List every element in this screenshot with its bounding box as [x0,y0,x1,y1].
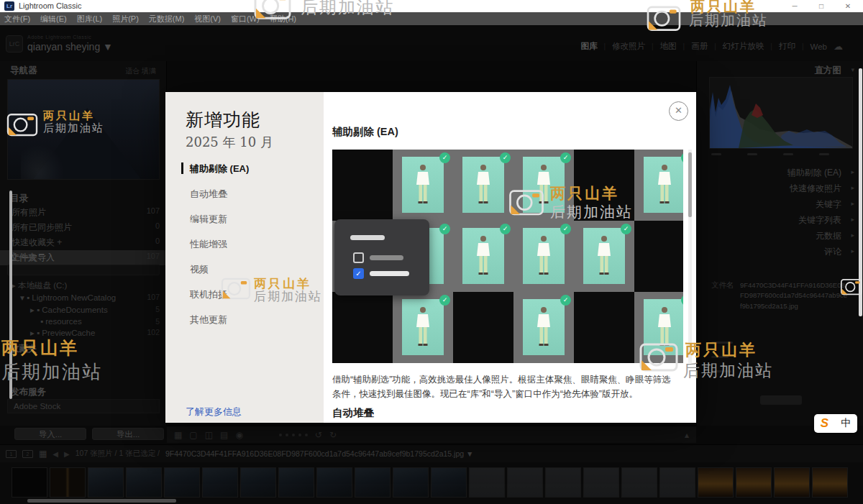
dialog-nav-item[interactable]: 联机拍摄 [181,288,318,313]
photo-thumbnail[interactable]: ✓ [453,150,513,221]
menu-item[interactable]: 元数据(M) [149,14,185,24]
dialog-nav-item[interactable]: 视频 [181,263,318,288]
selected-check-icon: ✓ [560,224,571,234]
feature-heading: 辅助剔除 (EA) [332,125,398,139]
culling-options-popup: ✓ [334,219,429,295]
photo-thumbnail[interactable]: ✓ [634,150,683,221]
dialog-subtitle: 2025 年 10 月 [186,134,273,151]
portrait-photo [583,228,625,284]
menu-item[interactable]: 帮助(H) [270,14,296,24]
menu-item[interactable]: 窗口(W) [231,14,260,24]
lightroom-app-icon: Lr [4,1,14,11]
dialog-scrollbar[interactable] [688,150,692,363]
portrait-photo [462,157,504,213]
popup-option-line [370,271,409,276]
dialog-nav-item[interactable]: 其他更新 [181,313,318,339]
selected-check-icon: ✓ [439,224,450,234]
sogou-logo: S [821,416,828,431]
portrait-photo [402,299,444,355]
selected-check-icon: ✓ [560,152,571,163]
portrait-photo [462,228,504,284]
photo-thumbnail[interactable]: ✓ [634,292,683,363]
portrait-photo [523,299,565,355]
window-title: Lightroom Classic [19,1,81,10]
popup-option-line [370,255,403,260]
selected-check-icon: ✓ [621,224,631,234]
popup-title-line [350,235,385,240]
photo-thumbnail[interactable]: ✓ [513,292,574,363]
selected-check-icon: ✓ [500,224,511,234]
selected-check-icon: ✓ [439,152,450,163]
menu-item[interactable]: 文件(F) [4,14,30,24]
minimize-button[interactable]: ─ [784,1,805,12]
menu-item[interactable]: 照片(P) [112,14,139,24]
photo-thumbnail[interactable]: ✓ [574,221,634,292]
portrait-photo [523,228,565,284]
selected-check-icon: ✓ [500,152,511,163]
photo-thumbnail[interactable]: ✓ [513,221,574,292]
portrait-photo [523,157,565,213]
popup-checkbox-unchecked[interactable] [353,252,364,263]
photo-thumbnail[interactable]: ✓ [393,292,453,363]
dialog-nav-item[interactable]: 编辑更新 [181,213,318,238]
whats-new-dialog: 新增功能 2025 年 10 月 辅助剔除 (EA)自动堆叠编辑更新性能增强视频… [165,92,696,423]
close-button[interactable]: ✕ [837,1,859,12]
menu-bar: 文件(F)编辑(E)图库(L)照片(P)元数据(M)视图(V)窗口(W)帮助(H… [0,12,863,25]
menu-item[interactable]: 编辑(E) [40,14,67,24]
ime-indicator[interactable]: S 中 [814,414,857,433]
feature-media: ✓ ✓✓✓✓✓✓✓✓✓✓✓✓ [332,150,683,363]
menu-item[interactable]: 视图(V) [194,14,221,24]
portrait-photo [644,299,683,355]
dialog-nav-item[interactable]: 辅助剔除 (EA) [181,162,318,188]
dialog-nav-item[interactable]: 自动堆叠 [181,188,318,213]
title-bar: Lr Lightroom Classic ─ □ ✕ [0,0,863,12]
dialog-title: 新增功能 [186,108,260,132]
popup-checkbox-checked[interactable]: ✓ [353,268,364,279]
menu-item[interactable]: 图库(L) [77,14,102,24]
photo-thumbnail[interactable]: ✓ [393,150,453,221]
left-panel-scrollbar[interactable] [9,191,12,399]
lightroom-window: Lr Lightroom Classic ─ □ ✕ 文件(F)编辑(E)图库(… [0,0,863,504]
maximize-button[interactable]: □ [811,1,832,12]
photo-thumbnail[interactable]: ✓ [513,150,574,221]
portrait-photo [644,157,683,213]
next-feature-heading: 自动堆叠 [332,406,374,420]
ime-language: 中 [841,417,851,430]
learn-more-link[interactable]: 了解更多信息 [186,406,242,418]
dialog-sidebar: 新增功能 2025 年 10 月 辅助剔除 (EA)自动堆叠编辑更新性能增强视频… [165,92,324,423]
selected-check-icon: ✓ [560,295,571,306]
selected-check-icon: ✓ [439,295,450,306]
dialog-close-button[interactable]: ✕ [669,101,688,121]
photo-thumbnail[interactable]: ✓ [453,221,513,292]
right-panel-scrollbar[interactable] [859,68,862,316]
portrait-photo [402,157,444,213]
dialog-nav: 辅助剔除 (EA)自动堆叠编辑更新性能增强视频联机拍摄其他更新 [181,162,318,339]
feature-description: 借助“辅助剔选”功能，高效挑选最佳人像照片。根据主体聚焦、眼睛聚焦、睁眼等筛选条… [332,372,677,401]
dialog-nav-item[interactable]: 性能增强 [181,238,318,263]
